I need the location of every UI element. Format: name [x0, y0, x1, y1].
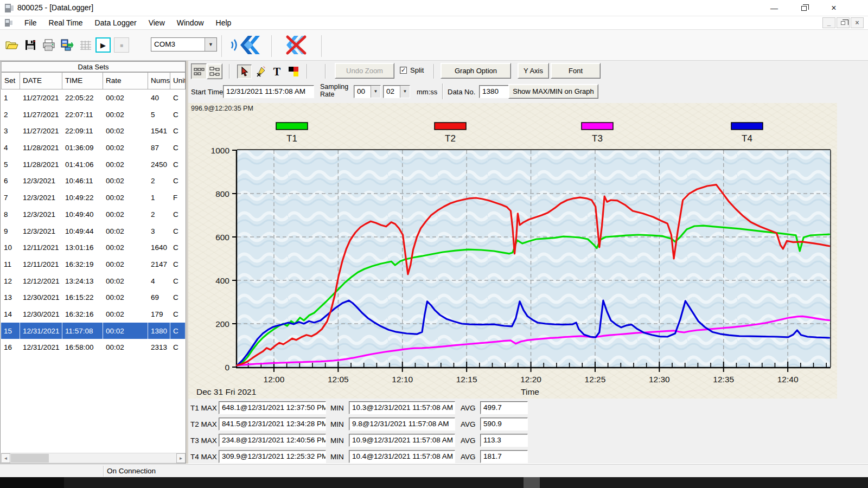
mdi-close-button[interactable]: ×: [851, 17, 864, 28]
table-row[interactable]: 612/3/202110:46:1100:022C: [1, 172, 186, 189]
cell-unit: C: [170, 339, 186, 356]
table-row[interactable]: 411/28/202101:36:0900:0287C: [1, 139, 186, 156]
column-header-set[interactable]: Set: [1, 72, 20, 89]
com-port-select[interactable]: COM3 ▼: [151, 37, 217, 52]
column-header-date[interactable]: DATE: [20, 72, 62, 89]
x-axis-title: Time: [521, 387, 539, 396]
text-tool-button[interactable]: T: [270, 65, 284, 79]
table-row[interactable]: 1112/11/202116:32:1900:022147C: [1, 256, 186, 273]
open-button[interactable]: [4, 37, 20, 53]
disconnect-button[interactable]: [276, 31, 318, 59]
printer-icon: [42, 39, 55, 51]
datagrid-icon: [79, 40, 92, 50]
split-checkbox-group[interactable]: ✓ Split: [400, 66, 424, 74]
cell-unit: C: [170, 223, 186, 240]
table-row[interactable]: 311/27/202122:09:1100:021541C: [1, 123, 186, 139]
table-row[interactable]: 1412/30/202116:32:1600:02179C: [1, 306, 186, 323]
horizontal-scrollbar[interactable]: ◄ ►: [1, 453, 186, 463]
svg-text:0: 0: [225, 363, 229, 372]
legend-label-T2: T2: [445, 133, 456, 144]
stat-min-label: MIN: [330, 401, 347, 412]
sampling-ss-select[interactable]: 02 ▼: [383, 85, 410, 98]
cell-time: 01:41:06: [62, 156, 103, 173]
chevron-down-icon: ▼: [205, 38, 216, 51]
column-header-unit[interactable]: Unit: [170, 72, 186, 89]
font-button[interactable]: Font: [551, 63, 601, 79]
save-button[interactable]: [23, 37, 38, 53]
cell-unit: C: [170, 323, 186, 339]
datasets-panel-title: Data Sets: [1, 61, 186, 72]
select-tool-button[interactable]: [237, 65, 252, 79]
table-row[interactable]: 1612/31/202116:58:0000:022313C: [1, 339, 186, 356]
svg-text:12:20: 12:20: [520, 375, 541, 384]
datasets-panel: Data Sets SetDATETIMERateNumsUnit 111/27…: [0, 61, 186, 464]
cell-time: 22:07:11: [62, 106, 103, 123]
cell-date: 12/3/2021: [20, 206, 62, 223]
scroll-right-icon[interactable]: ►: [176, 453, 186, 463]
cursor-value-annotation: 996.9@12:20:35 PM: [191, 105, 253, 112]
chevron-down-icon: ▼: [400, 86, 410, 98]
export-button[interactable]: [60, 37, 75, 53]
cell-date: 12/3/2021: [20, 172, 62, 189]
table-row[interactable]: 511/28/202101:41:0600:022450C: [1, 156, 186, 173]
svg-text:12:00: 12:00: [264, 375, 285, 384]
undo-zoom-button[interactable]: Undo Zoom: [335, 63, 394, 79]
cell-set: 2: [1, 106, 20, 123]
table-row[interactable]: 712/3/202110:49:2200:021F: [1, 189, 186, 206]
scrollbar-thumb[interactable]: [11, 454, 49, 463]
table-row[interactable]: 1212/12/202113:24:1300:024C: [1, 273, 186, 290]
stats-row-2: T2 MAX841.5@12/31/2021 12:34:28 PMMIN9.8…: [188, 416, 731, 433]
table-row[interactable]: 211/27/202122:07:1100:025C: [1, 106, 186, 123]
table-row[interactable]: 1512/31/202111:57:0800:021380C: [1, 323, 186, 339]
stop-logging-button[interactable]: ■: [114, 37, 129, 53]
show-maxmin-button[interactable]: Show MAX/MIN on Graph: [508, 84, 598, 99]
color-tool-button[interactable]: [286, 65, 301, 79]
table-row[interactable]: 1312/30/202116:15:2200:0269C: [1, 289, 186, 306]
cell-rate: 00:02: [103, 339, 148, 356]
legend-label-T1: T1: [286, 133, 297, 144]
chart-svg: 0200400600800100012:0012:0512:1012:1512:…: [188, 103, 837, 399]
restore-button[interactable]: [792, 0, 816, 16]
sampling-mm-select[interactable]: 00 ▼: [354, 85, 381, 98]
print-button[interactable]: [41, 37, 56, 53]
mdi-minimize-button[interactable]: _: [822, 17, 835, 28]
disconnect-icon: [279, 33, 315, 57]
scroll-left-icon[interactable]: ◄: [1, 453, 10, 463]
menu-item-real-time[interactable]: Real Time: [43, 17, 89, 28]
cell-time: 10:49:22: [62, 189, 103, 206]
separator: [221, 35, 222, 57]
menu-item-view[interactable]: View: [143, 17, 171, 28]
table-row[interactable]: 912/3/202110:49:4400:023C: [1, 223, 186, 240]
annotate-tool-button[interactable]: [253, 65, 268, 79]
start-time-field[interactable]: 12/31/2021 11:57:08 AM: [223, 85, 314, 98]
menu-item-help[interactable]: Help: [210, 17, 238, 28]
minimize-button[interactable]: —: [762, 0, 787, 16]
menu-item-data-logger[interactable]: Data Logger: [89, 17, 143, 28]
connect-button[interactable]: [224, 31, 266, 59]
menu-item-file[interactable]: File: [18, 17, 43, 28]
column-header-rate[interactable]: Rate: [103, 72, 148, 89]
datagrid-button[interactable]: [78, 37, 93, 53]
mdi-restore-button[interactable]: [837, 17, 850, 28]
split-checkbox[interactable]: ✓: [400, 67, 407, 74]
layout-tree-button[interactable]: [207, 63, 222, 79]
y-axis-button[interactable]: Y Axis: [518, 63, 549, 79]
cell-set: 15: [1, 323, 20, 339]
column-header-time[interactable]: TIME: [62, 72, 103, 89]
cell-unit: F: [170, 189, 186, 206]
graph-option-button[interactable]: Graph Option: [441, 63, 511, 79]
color-swatch-icon: [289, 67, 298, 76]
chart-container[interactable]: 0200400600800100012:0012:0512:1012:1512:…: [188, 103, 837, 399]
column-header-nums[interactable]: Nums: [148, 72, 170, 89]
table-row[interactable]: 111/27/202122:05:2200:0240C: [1, 89, 186, 106]
table-row[interactable]: 812/3/202110:49:4000:022C: [1, 206, 186, 223]
layout-horizontal-button[interactable]: [191, 63, 207, 79]
close-button[interactable]: ×: [821, 0, 846, 16]
stats-row-1: T1 MAX648.1@12/31/2021 12:37:50 PMMIN10.…: [188, 400, 731, 416]
menu-item-window[interactable]: Window: [171, 17, 210, 28]
table-row[interactable]: 1012/11/202113:01:1600:021640C: [1, 239, 186, 256]
cell-nums: 4: [148, 273, 170, 290]
taskbar-segment: [524, 477, 540, 488]
cell-rate: 00:02: [103, 206, 148, 223]
start-logging-button[interactable]: ▶: [95, 37, 111, 53]
